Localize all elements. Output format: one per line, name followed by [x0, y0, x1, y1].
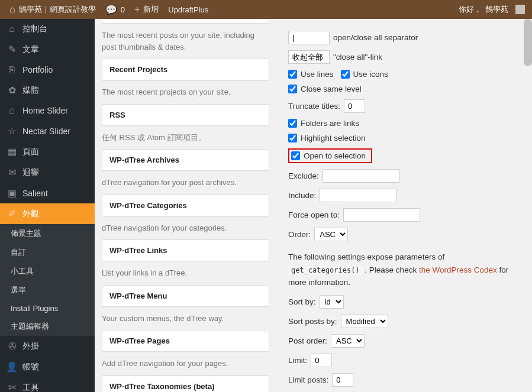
postorder-select[interactable]: ASC — [331, 334, 365, 348]
include-input[interactable] — [320, 189, 396, 202]
include-label: Include: — [288, 191, 316, 200]
limitposts-input[interactable] — [332, 373, 353, 387]
widget-title: WP-dTree Categories — [109, 201, 262, 210]
widget-box[interactable]: WP-dTree Menu — [102, 285, 269, 307]
comments-link[interactable]: 💬 0 — [101, 0, 130, 19]
close-same-label: Close same level — [301, 85, 362, 93]
widget-desc: The most recent posts on your site, incl… — [102, 30, 269, 53]
open-to-selection-checkbox[interactable] — [291, 151, 300, 160]
menu-item-1[interactable]: ✎文章 — [0, 39, 95, 60]
folders-links-checkbox[interactable] — [288, 119, 297, 128]
exclude-label: Exclude: — [288, 171, 319, 180]
exclude-input[interactable] — [323, 169, 399, 183]
menu-icon: ⎘ — [6, 64, 18, 75]
widget-desc: List your links in a dTree. — [102, 267, 269, 279]
home-icon: ⌂ — [9, 4, 15, 15]
menu-label: 帳號 — [22, 362, 39, 372]
menu-label: Nectar Slider — [22, 127, 70, 136]
truncate-label: Truncate titles: — [288, 102, 340, 111]
info-paragraph: The following settings expose parameters… — [288, 251, 520, 289]
menu-icon: 👤 — [6, 361, 18, 372]
menu-item-0[interactable]: ⌂控制台 — [0, 19, 95, 39]
menu-item-11[interactable]: 👤帳號 — [0, 357, 95, 377]
menu-item-5[interactable]: ☆Nectar Slider — [0, 121, 95, 141]
menu-label: Salient — [22, 189, 48, 198]
menu-item-9[interactable]: ✐外觀 — [0, 203, 95, 224]
closeall-input[interactable] — [288, 50, 330, 64]
force-open-label: Force open to: — [288, 210, 340, 219]
menu-icon: ✐ — [6, 208, 18, 219]
comment-icon: 💬 — [105, 4, 117, 15]
menu-item-8[interactable]: ▣Salient — [0, 183, 95, 203]
open-to-selection-highlight: Open to selection — [288, 148, 372, 163]
site-name-link[interactable]: ⌂ 鵠學苑｜網頁設計教學 — [5, 0, 101, 19]
admin-bar: ⌂ 鵠學苑｜網頁設計教學 💬 0 + 新增 UpdraftPlus 你好，鵠學苑 — [0, 0, 532, 19]
menu-item-10[interactable]: ✇外掛 — [0, 336, 95, 357]
separator-input[interactable] — [288, 31, 330, 44]
menu-label: 外掛 — [22, 341, 39, 352]
codex-link[interactable]: the WordPress Codex — [419, 265, 497, 274]
menu-item-12[interactable]: ✄工具 — [0, 377, 95, 392]
menu-item-4[interactable]: ⌂Home Slider — [0, 101, 95, 121]
use-icons-checkbox[interactable] — [341, 70, 350, 79]
use-lines-checkbox[interactable] — [288, 70, 297, 79]
menu-item-7[interactable]: ✉迴響 — [0, 162, 95, 183]
widget-box[interactable]: WP-dTree Pages — [102, 330, 269, 352]
widget-box[interactable]: WP-dTree Categories — [102, 195, 269, 216]
menu-icon: ✉ — [6, 167, 18, 178]
widget-title: RSS — [109, 111, 262, 119]
widget-desc: Add dTree navigation for your pages. — [102, 358, 269, 370]
widget-box[interactable]: WP-dTree Links — [102, 239, 269, 261]
submenu-item-4[interactable]: Install Plugins — [0, 300, 95, 317]
sortposts-label: Sort posts by: — [288, 317, 337, 326]
scrollbar[interactable] — [524, 19, 532, 66]
menu-icon: ✎ — [6, 44, 18, 55]
submenu-item-5[interactable]: 主題編輯器 — [0, 317, 95, 336]
updraft-link[interactable]: UpdraftPlus — [163, 0, 213, 19]
use-lines-label: Use lines — [301, 70, 334, 79]
widget-title: WP-dTree Archives — [109, 155, 262, 164]
submenu-item-1[interactable]: 自訂 — [0, 243, 95, 262]
close-same-checkbox[interactable] — [288, 85, 297, 93]
use-icons-label: Use icons — [353, 70, 388, 79]
code-snippet: get_categories() — [288, 265, 363, 275]
greeting-name: 鵠學苑 — [485, 4, 508, 15]
order-select[interactable]: ASC — [314, 228, 348, 241]
highlight-checkbox[interactable] — [288, 134, 297, 142]
user-greeting[interactable]: 你好，鵠學苑 — [459, 4, 527, 15]
widget-box[interactable]: WP-dTree Taxonomies (beta) — [102, 375, 269, 393]
avatar — [515, 5, 525, 14]
submenu-item-0[interactable]: 佈景主題 — [0, 224, 95, 243]
force-open-input[interactable] — [343, 208, 420, 222]
menu-icon: ▤ — [6, 146, 18, 157]
widget-box[interactable]: RSS — [102, 104, 269, 126]
widget-title: WP-dTree Pages — [109, 336, 262, 345]
add-new-label: 新增 — [143, 4, 159, 15]
closeall-label: "close all"-link — [333, 53, 382, 61]
widget-title: WP-dTree Links — [109, 246, 262, 255]
menu-item-3[interactable]: ✿媒體 — [0, 80, 95, 101]
widget-box[interactable]: Recent Projects — [102, 59, 269, 80]
separator-label: open/close all separator — [333, 33, 418, 42]
order-label: Order: — [288, 230, 311, 239]
menu-item-2[interactable]: ⎘Portfolio — [0, 60, 95, 80]
limit-input[interactable] — [311, 354, 332, 367]
widget-desc: Your custom menus, the dTree way. — [102, 313, 269, 325]
menu-icon: ✇ — [6, 341, 18, 352]
menu-icon: ⌂ — [6, 105, 18, 116]
submenu-item-3[interactable]: 選單 — [0, 281, 95, 300]
add-new-link[interactable]: + 新增 — [130, 0, 163, 19]
menu-icon: ⌂ — [6, 24, 18, 34]
truncate-input[interactable] — [344, 99, 365, 113]
menu-label: 工具 — [22, 383, 39, 393]
menu-label: 控制台 — [22, 24, 47, 34]
widget-box[interactable]: WP-dTree Archives — [102, 149, 269, 171]
menu-label: Home Slider — [22, 106, 68, 115]
sortposts-select[interactable]: Modified — [341, 315, 388, 328]
folders-links-label: Folders are links — [301, 119, 359, 128]
menu-item-6[interactable]: ▤頁面 — [0, 141, 95, 162]
sortby-select[interactable]: id — [320, 295, 344, 309]
submenu-item-2[interactable]: 小工具 — [0, 262, 95, 281]
widget-desc: The most recent projects on your site. — [102, 86, 269, 98]
widgets-column: The most recent posts on your site, incl… — [95, 19, 276, 392]
